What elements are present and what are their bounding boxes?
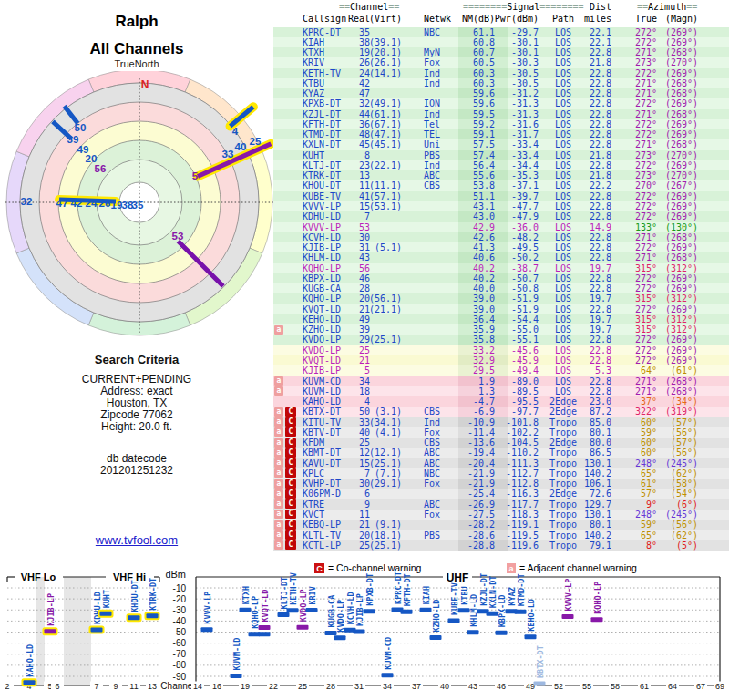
magn-azimuth-cell: (269°)	[659, 335, 698, 345]
virt-channel-cell	[367, 263, 402, 273]
radar-channel-label: 53	[172, 231, 184, 242]
network-cell: CBS	[424, 407, 440, 417]
station-marker-label: KBPX-LD	[498, 595, 507, 628]
magn-azimuth-cell: (269°)	[659, 129, 698, 139]
nm-cell: 60.3	[451, 68, 495, 78]
virt-channel-cell: (7.1)	[367, 468, 402, 479]
table-row: KTMD-DT48(47.1)TEL59.1-31.7LOS22.8272°(2…	[273, 129, 729, 139]
radar-channel-label: 24	[86, 198, 98, 209]
real-channel-cell: 41	[334, 191, 370, 201]
pwr-cell: -112.7	[492, 468, 539, 479]
callsign-cell: KIAH	[303, 37, 324, 47]
station-marker-label: KTXH	[241, 586, 251, 604]
station-marker-label: KEHO-LD	[527, 599, 536, 632]
miles-cell: 21.8	[575, 57, 611, 67]
nm-cell: 35.9	[451, 324, 495, 335]
magn-azimuth-cell: (270°)	[659, 170, 698, 180]
true-azimuth-cell: 315°	[620, 324, 657, 335]
station-marker-label: KBTX-DT	[536, 645, 545, 678]
co-channel-warning-icon: C	[285, 438, 296, 448]
table-column-header: Callsign Real (Virt) Netwk NM(dB) Pwr(dB…	[273, 14, 729, 24]
real-channel-cell: 11	[334, 510, 370, 520]
network-cell: Ind	[424, 68, 440, 78]
virt-channel-cell: (26.1)	[367, 57, 402, 67]
true-azimuth-cell: 273°	[620, 150, 657, 160]
nm-cell: -19.4	[451, 448, 495, 458]
channel-tick-label: 61	[640, 682, 649, 691]
table-row: KRIV26(26.1)Fox60.5-30.3LOS21.8273°(270°…	[273, 57, 729, 67]
true-azimuth-cell: 248°	[620, 458, 657, 468]
station-marker-label: KDHU-LD	[93, 592, 102, 624]
station-marker-label: KQHO-LP	[593, 582, 602, 614]
channel-tick-label: 69	[715, 682, 724, 691]
real-channel-cell: 24	[334, 68, 370, 78]
adjacent-channel-warning-icon: a	[274, 376, 283, 386]
nm-cell: 56.4	[451, 160, 495, 170]
tvfool-link[interactable]: www.tvfool.com	[0, 533, 273, 547]
true-azimuth-cell: 37°	[620, 396, 657, 407]
nm-cell: -28.2	[451, 520, 495, 530]
real-channel-cell: 7	[334, 211, 370, 221]
nm-cell: 41.3	[451, 242, 495, 252]
network-cell: Ind	[424, 417, 440, 427]
pwr-cell: -51.9	[492, 304, 539, 314]
nm-cell: 39.0	[451, 304, 495, 314]
tvfool-report: Ralph All Channels TrueNorth N5039492056…	[0, 0, 729, 700]
true-azimuth-cell: 8°	[620, 540, 657, 551]
pwr-cell: -104.5	[492, 438, 539, 448]
channel-tick-label: 43	[468, 682, 477, 691]
magn-azimuth-cell: (62°)	[659, 468, 698, 479]
magn-azimuth-cell: (268°)	[659, 88, 698, 98]
station-marker-label: KTRK-DT	[149, 578, 158, 611]
signal-strength-chart: -10-20-30-40-50-60-70-80-90dBmChannelVHF…	[0, 558, 729, 700]
adjacent-channel-warning-icon: a	[274, 540, 283, 550]
nm-cell: -11.4	[451, 427, 495, 438]
nm-cell: -6.9	[451, 407, 495, 417]
pwr-cell: -31.2	[492, 88, 539, 98]
station-markers: KAHO-LDKJIB-LPKDHU-LDKUHTKHOU-DTKTRK-DTK…	[22, 571, 603, 686]
miles-cell: 14.9	[575, 222, 611, 232]
magn-azimuth-cell: (58°)	[659, 479, 698, 489]
nm-cell: 40.0	[451, 283, 495, 293]
miles-cell: 80.0	[575, 438, 611, 448]
co-channel-legend-symbol: C	[316, 564, 323, 573]
true-azimuth-cell: 59°	[620, 520, 657, 530]
magn-azimuth-cell: (269°)	[659, 355, 698, 365]
col-group-dist: Dist	[590, 2, 611, 12]
adjacent-channel-warning-icon: a	[274, 458, 283, 468]
real-channel-cell: 36	[334, 119, 370, 129]
table-row: aKUVM-CD341.9-89.0LOS22.8271°(268°)	[273, 376, 729, 386]
pwr-cell: -30.1	[492, 37, 539, 47]
channel-ticks: 2456791113141619222528313437404346495255…	[1, 682, 726, 692]
pwr-cell: -101.8	[492, 417, 539, 427]
table-body: KPRC-DT35NBC61.1-29.7LOS22.1272°(269°)KI…	[273, 27, 729, 551]
magn-azimuth-cell: (269°)	[659, 191, 698, 201]
magn-azimuth-cell: (6°)	[659, 499, 698, 510]
channel-tick-label: 25	[298, 682, 307, 691]
channel-tick-label: 31	[354, 682, 364, 691]
radar-channel-label: 4	[232, 126, 239, 137]
nm-cell: 43.0	[451, 211, 495, 221]
band-label: UHF	[447, 571, 469, 584]
pwr-cell: -102.2	[492, 427, 539, 438]
dbm-tick-label: -30	[173, 605, 187, 615]
miles-cell: 21.8	[575, 170, 611, 180]
table-row: KDHU-LD743.0-47.9LOS22.8272°(269°)	[273, 211, 729, 221]
true-azimuth-cell: 271°	[620, 232, 657, 242]
table-row: aCKCTL-LP25(25.1)-28.8-119.6Tropo79.18°(…	[273, 540, 729, 551]
nm-cell: 32.9	[451, 355, 495, 365]
report-subtitle: All Channels	[0, 40, 273, 58]
true-azimuth-cell: 272°	[620, 355, 657, 365]
table-row: KPXB-DT32(49.1)ION59.6-31.3LOS22.8272°(2…	[273, 98, 729, 108]
spectrum-gap-band	[64, 577, 91, 685]
real-channel-cell: 18	[334, 386, 370, 396]
magn-azimuth-cell: (268°)	[659, 252, 698, 262]
nm-cell: 60.3	[451, 78, 495, 88]
miles-cell: 86.5	[575, 448, 611, 458]
adjacent-channel-warning-icon: a	[274, 448, 283, 458]
virt-channel-cell	[367, 252, 402, 262]
station-marker	[24, 680, 36, 685]
network-cell: Ind	[424, 78, 440, 88]
table-row: KXLN-DT45(45.1)Uni57.5-33.4LOS22.8271°(2…	[273, 139, 729, 149]
real-channel-cell: 35	[334, 27, 370, 37]
